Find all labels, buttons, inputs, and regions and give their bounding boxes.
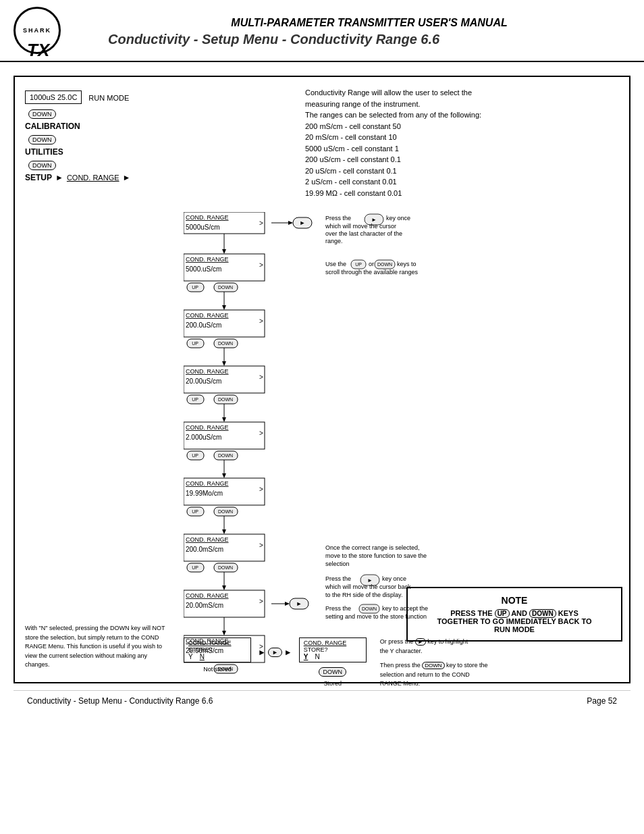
arrow-right-1: ►	[55, 173, 63, 182]
logo-shark-text: SHARK	[23, 27, 51, 34]
note-7-2: selection and return to the COND	[380, 671, 488, 680]
svg-text:DOWN: DOWN	[218, 341, 233, 346]
desc-line-5: 20 mS/cm - cell constant 10	[305, 132, 562, 143]
svg-text:5000.uS/cm: 5000.uS/cm	[186, 265, 221, 273]
down-btn-2[interactable]: DOWN	[28, 135, 56, 145]
down-btn-3[interactable]: DOWN	[28, 161, 56, 170]
svg-marker-75	[285, 602, 290, 606]
desc-line-6: 5000 uS/cm - cell constant 1	[305, 143, 562, 155]
svg-text:or: or	[369, 261, 374, 267]
main-content: Conductivity Range will allow the user t…	[0, 62, 644, 718]
svg-marker-59	[222, 529, 226, 534]
left-bottom-note: With "N" selected, pressing the DOWN key…	[25, 624, 173, 670]
note-box-line3: RUN MODE	[421, 625, 608, 633]
calibration-item: CALIBRATION	[25, 122, 160, 131]
note-box-line2: TOGETHER TO GO IMMEDIATELY BACK TO	[421, 617, 608, 625]
svg-text:►: ►	[296, 600, 302, 607]
desc-line-1: Conductivity Range will allow the user t…	[305, 87, 562, 99]
arrow-right-2: ►	[123, 173, 131, 182]
svg-marker-79	[222, 631, 226, 635]
store-box-2-value: YN	[304, 653, 362, 660]
down-btn-1[interactable]: DOWN	[28, 109, 56, 119]
svg-text:>: >	[259, 317, 263, 325]
svg-text:Press the: Press the	[325, 215, 351, 221]
store-section: COND. RANGE STORE? YN Not stored ► ► ►	[184, 637, 575, 689]
desc-line-7: 200 uS/cm - cell constant 0.1	[305, 154, 562, 165]
svg-marker-39	[222, 417, 226, 422]
svg-text:19.99Mo/cm: 19.99Mo/cm	[186, 490, 223, 497]
svg-text:UP: UP	[192, 285, 198, 290]
svg-marker-29	[222, 361, 226, 366]
svg-text:200.0uS/cm: 200.0uS/cm	[186, 321, 221, 329]
svg-text:UP: UP	[192, 453, 198, 458]
svg-marker-9	[222, 249, 226, 254]
footer-right: Page 52	[587, 696, 617, 706]
note-6-2: the Y character.	[380, 647, 488, 656]
svg-text:UP: UP	[192, 565, 198, 570]
page: SHARK TX MULTI-PARAMETER TRANSMITTER USE…	[0, 0, 644, 834]
cond-range-menu: COND. RANGE	[67, 174, 119, 182]
svg-text:2.000uS/cm: 2.000uS/cm	[186, 434, 221, 441]
svg-marker-19	[222, 305, 226, 310]
down-btn-store[interactable]: DOWN	[319, 667, 346, 677]
svg-text:Once the correct range is sele: Once the correct range is selected,	[325, 544, 420, 551]
svg-text:DOWN: DOWN	[218, 397, 233, 402]
svg-text:range.: range.	[325, 238, 343, 244]
footer: Conductivity - Setup Menu - Conductivity…	[14, 690, 630, 711]
svg-text:DOWN: DOWN	[362, 606, 377, 611]
svg-text:►: ►	[371, 217, 377, 223]
svg-text:200.0mS/cm: 200.0mS/cm	[186, 546, 223, 553]
svg-text:DOWN: DOWN	[377, 262, 392, 267]
store-arrow: ►	[258, 648, 266, 657]
store-arrow-2: ►	[284, 648, 292, 657]
utilities-item: UTILITIES	[25, 147, 160, 157]
desc-line-8: 20 uS/cm - cell constant 0.1	[305, 165, 562, 177]
header-text: MULTI-PARAMETER TRANSMITTER USER'S MANUA…	[108, 17, 630, 47]
svg-text:key once: key once	[382, 575, 406, 582]
svg-text:>: >	[259, 429, 263, 437]
svg-text:UP: UP	[355, 262, 362, 267]
svg-text:COND. RANGE: COND. RANGE	[186, 256, 229, 263]
svg-text:selection: selection	[325, 561, 350, 567]
svg-text:COND. RANGE: COND. RANGE	[186, 424, 229, 431]
right-btn-store[interactable]: ►	[268, 648, 282, 657]
svg-text:5000uS/cm: 5000uS/cm	[186, 224, 220, 231]
svg-text:to the RH side of the display.: to the RH side of the display.	[325, 592, 402, 598]
logo-tx-text: TX	[27, 40, 49, 61]
svg-text:COND. RANGE: COND. RANGE	[186, 312, 229, 319]
note-box-title: NOTE	[421, 595, 608, 606]
svg-text:COND. RANGE: COND. RANGE	[186, 368, 229, 375]
svg-text:UP: UP	[192, 397, 198, 402]
svg-text:COND. RANGE: COND. RANGE	[186, 214, 229, 221]
svg-marker-69	[222, 585, 226, 590]
note-7-3: RANGE Menu.	[380, 679, 488, 689]
stored-label: Stored	[323, 680, 342, 687]
desc-line-9: 2 uS/cm - cell constant 0.01	[305, 176, 562, 188]
desc-line-2: measuring range of the instrument.	[305, 99, 562, 110]
svg-text:which will move the cursor: which will move the cursor	[325, 223, 396, 230]
svg-text:Use the: Use the	[325, 261, 346, 267]
svg-text:DOWN: DOWN	[218, 509, 233, 514]
svg-text:20.00mS/cm: 20.00mS/cm	[186, 602, 223, 609]
footer-left: Conductivity - Setup Menu - Conductivity…	[27, 696, 213, 706]
svg-text:>: >	[259, 373, 263, 381]
store-box-1-sub: STORE?	[188, 646, 246, 653]
svg-marker-49	[222, 473, 226, 478]
setup-item: SETUP	[25, 173, 52, 182]
svg-marker-5	[288, 221, 293, 225]
svg-text:COND. RANGE: COND. RANGE	[186, 536, 229, 543]
desc-line-10: 19.99 MΩ - cell constant 0.01	[305, 188, 562, 199]
not-stored-label: Not stored	[203, 666, 232, 673]
desc-line-4: 200 mS/cm - cell constant 50	[305, 121, 562, 132]
store-box-2-label: COND. RANGE	[304, 640, 362, 646]
svg-text:DOWN: DOWN	[218, 453, 233, 458]
svg-text:►: ►	[300, 219, 306, 226]
svg-text:scroll through the available r: scroll through the available ranges	[325, 269, 419, 276]
header: SHARK TX MULTI-PARAMETER TRANSMITTER USE…	[0, 0, 644, 62]
desc-line-3: The ranges can be selected from any of t…	[305, 109, 562, 121]
svg-text:>: >	[259, 261, 263, 269]
svg-text:UP: UP	[192, 509, 198, 514]
svg-text:Press the: Press the	[325, 575, 351, 582]
note-7: Then press the DOWN key to store the	[380, 661, 488, 671]
svg-text:keys to: keys to	[397, 261, 417, 267]
